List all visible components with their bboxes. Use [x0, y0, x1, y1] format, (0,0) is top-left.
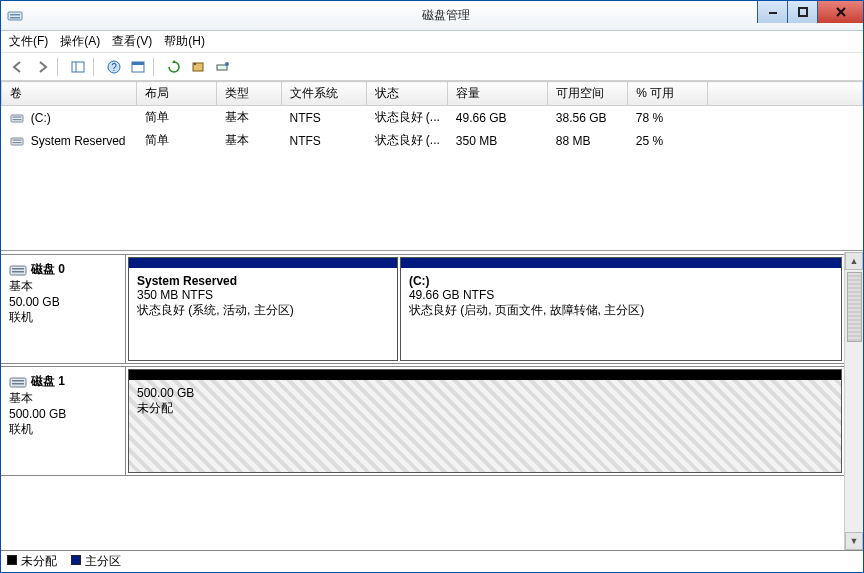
- svg-rect-17: [11, 115, 23, 122]
- svg-rect-25: [12, 271, 24, 273]
- table-row[interactable]: System Reserved简单基本NTFS状态良好 (...350 MB88…: [2, 129, 863, 152]
- svg-rect-7: [72, 62, 84, 72]
- scroll-grip[interactable]: [847, 272, 862, 342]
- scroll-track[interactable]: [845, 270, 863, 532]
- partition-status: 状态良好 (启动, 页面文件, 故障转储, 主分区): [409, 302, 833, 319]
- svg-rect-26: [10, 378, 26, 387]
- disk-kind: 基本: [9, 390, 117, 407]
- partition-stripe: [129, 370, 841, 380]
- menu-help[interactable]: 帮助(H): [164, 33, 205, 50]
- menu-file[interactable]: 文件(F): [9, 33, 48, 50]
- col-spacer: [708, 82, 863, 106]
- svg-rect-2: [10, 17, 20, 19]
- svg-rect-0: [8, 12, 22, 20]
- col-type[interactable]: 类型: [217, 82, 282, 106]
- disk-name-text: 磁盘 0: [31, 261, 65, 278]
- window-title: 磁盘管理: [29, 7, 863, 24]
- svg-rect-23: [10, 266, 26, 275]
- partition-status: 状态良好 (系统, 活动, 主分区): [137, 302, 389, 319]
- toolbar-separator: [153, 58, 159, 76]
- scroll-down-icon[interactable]: ▼: [845, 532, 863, 550]
- svg-rect-21: [12, 140, 21, 141]
- disk-graphics-inner: 磁盘 0基本50.00 GB联机System Reserved350 MB NT…: [1, 252, 845, 550]
- table-row[interactable]: (C:)简单基本NTFS状态良好 (...49.66 GB38.56 GB78 …: [2, 106, 863, 130]
- svg-rect-1: [10, 14, 20, 16]
- disk-label: 磁盘 0基本50.00 GB联机: [1, 255, 126, 363]
- minimize-button[interactable]: [757, 1, 787, 23]
- disk-state: 联机: [9, 309, 117, 326]
- title-bar[interactable]: 磁盘管理: [1, 1, 863, 31]
- vertical-scrollbar[interactable]: ▲ ▼: [845, 252, 863, 550]
- menu-action[interactable]: 操作(A): [60, 33, 100, 50]
- svg-rect-22: [12, 142, 21, 143]
- disk-kind: 基本: [9, 278, 117, 295]
- partition-subtitle: 350 MB NTFS: [137, 288, 389, 302]
- svg-text:?: ?: [111, 62, 117, 73]
- menu-bar: 文件(F) 操作(A) 查看(V) 帮助(H): [1, 31, 863, 53]
- svg-rect-28: [12, 383, 24, 385]
- svg-rect-15: [217, 65, 227, 70]
- col-capacity[interactable]: 容量: [448, 82, 548, 106]
- disk-icon: [9, 375, 27, 389]
- col-fs[interactable]: 文件系统: [282, 82, 367, 106]
- more-actions-icon[interactable]: [211, 56, 233, 78]
- disk-row[interactable]: 磁盘 1基本500.00 GB联机500.00 GB未分配: [1, 366, 844, 476]
- window-controls: [757, 1, 863, 23]
- svg-rect-20: [11, 138, 23, 145]
- drive-icon: [10, 112, 24, 124]
- scroll-up-icon[interactable]: ▲: [845, 252, 863, 270]
- svg-rect-3: [769, 12, 777, 14]
- disk-size: 50.00 GB: [9, 295, 117, 309]
- svg-rect-27: [12, 380, 24, 382]
- col-volume[interactable]: 卷: [2, 82, 137, 106]
- disk-management-window: 磁盘管理 文件(F) 操作(A) 查看(V) 帮助(H) ? 卷 布: [0, 0, 864, 573]
- disk-row[interactable]: 磁盘 0基本50.00 GB联机System Reserved350 MB NT…: [1, 254, 844, 364]
- legend: 未分配 主分区: [1, 550, 863, 572]
- show-hide-icon[interactable]: [67, 56, 89, 78]
- legend-primary: 主分区: [71, 553, 121, 570]
- partition-subtitle: 49.66 GB NTFS: [409, 288, 833, 302]
- refresh-icon[interactable]: [163, 56, 185, 78]
- col-free[interactable]: 可用空间: [548, 82, 628, 106]
- svg-point-14: [194, 63, 196, 65]
- disk-partitions: 500.00 GB未分配: [126, 367, 844, 475]
- disk-size: 500.00 GB: [9, 407, 117, 421]
- disk-graphics-area: 磁盘 0基本50.00 GB联机System Reserved350 MB NT…: [1, 251, 863, 550]
- svg-rect-18: [12, 117, 21, 118]
- disk-partitions: System Reserved350 MB NTFS状态良好 (系统, 活动, …: [126, 255, 844, 363]
- svg-rect-19: [12, 119, 21, 120]
- menu-view[interactable]: 查看(V): [112, 33, 152, 50]
- disk-name-text: 磁盘 1: [31, 373, 65, 390]
- settings-icon[interactable]: [187, 56, 209, 78]
- maximize-button[interactable]: [787, 1, 817, 23]
- app-icon: [7, 8, 23, 24]
- toolbar: ?: [1, 53, 863, 81]
- forward-button[interactable]: [31, 56, 53, 78]
- partition-name: System Reserved: [137, 274, 389, 288]
- toolbar-separator: [57, 58, 63, 76]
- partition[interactable]: System Reserved350 MB NTFS状态良好 (系统, 活动, …: [128, 257, 398, 361]
- partition-stripe: [401, 258, 841, 268]
- drive-icon: [10, 135, 24, 147]
- list-view-icon[interactable]: [127, 56, 149, 78]
- legend-unallocated: 未分配: [7, 553, 57, 570]
- back-button[interactable]: [7, 56, 29, 78]
- svg-rect-4: [799, 8, 807, 16]
- disk-state: 联机: [9, 421, 117, 438]
- volume-list: 卷 布局 类型 文件系统 状态 容量 可用空间 % 可用 (C:)简单基本NTF…: [1, 81, 863, 251]
- col-status[interactable]: 状态: [367, 82, 448, 106]
- partition-status: 未分配: [137, 400, 833, 417]
- help-icon[interactable]: ?: [103, 56, 125, 78]
- svg-rect-12: [132, 62, 144, 65]
- partition-stripe: [129, 258, 397, 268]
- col-layout[interactable]: 布局: [137, 82, 217, 106]
- partition-subtitle: 500.00 GB: [137, 386, 833, 400]
- partition-unallocated[interactable]: 500.00 GB未分配: [128, 369, 842, 473]
- disk-icon: [9, 263, 27, 277]
- partition-name: (C:): [409, 274, 833, 288]
- svg-rect-24: [12, 268, 24, 270]
- col-pctfree[interactable]: % 可用: [628, 82, 708, 106]
- close-button[interactable]: [817, 1, 863, 23]
- partition[interactable]: (C:)49.66 GB NTFS状态良好 (启动, 页面文件, 故障转储, 主…: [400, 257, 842, 361]
- volume-table[interactable]: 卷 布局 类型 文件系统 状态 容量 可用空间 % 可用 (C:)简单基本NTF…: [1, 81, 863, 152]
